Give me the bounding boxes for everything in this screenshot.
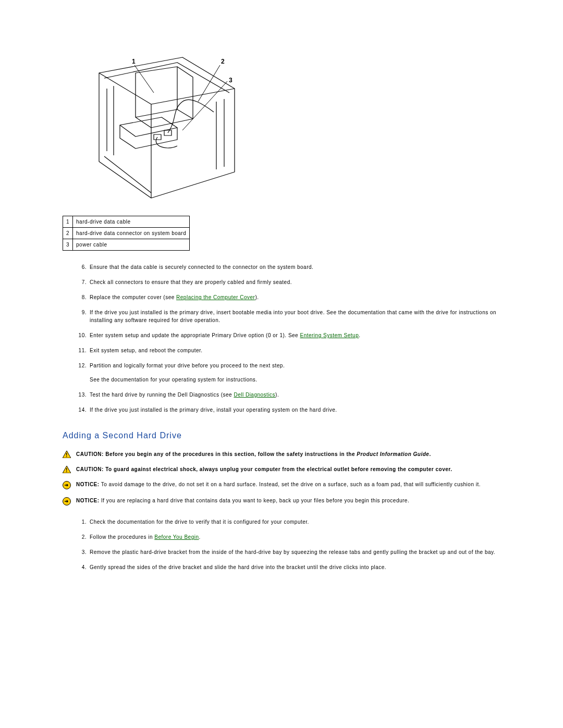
list-item: 14.If the drive you just installed is th… [78, 406, 500, 414]
notice-icon [63, 480, 76, 491]
svg-marker-2 [120, 117, 177, 137]
list-item: 3.Remove the plastic hard-drive bracket … [78, 548, 500, 556]
case-svg: 1 2 3 [73, 52, 245, 203]
list-item: 9.If the drive you just installed is the… [78, 309, 500, 324]
legend-label: power cable [73, 239, 190, 251]
list-item: 2.Follow the procedures in Before You Be… [78, 533, 500, 541]
legend-table: 1 hard-drive data cable 2 hard-drive dat… [63, 216, 190, 251]
link-replacing-cover[interactable]: Replacing the Computer Cover [176, 294, 255, 300]
notice-row: NOTICE: To avoid damage to the drive, do… [63, 480, 500, 491]
legend-num: 3 [63, 239, 73, 251]
caution-row: ! CAUTION: To guard against electrical s… [63, 465, 500, 475]
svg-line-11 [182, 81, 227, 130]
table-row: 1 hard-drive data cable [63, 216, 190, 228]
callout-1: 1 [132, 58, 136, 65]
list-item: 6.Ensure that the data cable is securely… [78, 263, 500, 271]
notice-row: NOTICE: If you are replacing a hard driv… [63, 497, 500, 508]
notice-icon [63, 497, 76, 508]
list-item: 7.Check all connectors to ensure that th… [78, 278, 500, 286]
step-list-b: 1.Check the documentation for the drive … [78, 518, 500, 571]
callout-2: 2 [221, 58, 225, 65]
legend-label: hard-drive data connector on system boar… [73, 228, 190, 239]
svg-text:!: ! [66, 452, 68, 458]
legend-label: hard-drive data cable [73, 216, 190, 228]
caution-icon: ! [63, 465, 76, 475]
caution-icon: ! [63, 450, 76, 460]
svg-line-9 [134, 65, 154, 93]
legend-num: 1 [63, 216, 73, 228]
list-item: 8.Replace the computer cover (see Replac… [78, 293, 500, 301]
step-list-a: 6.Ensure that the data cable is securely… [78, 263, 500, 414]
link-dell-diagnostics[interactable]: Dell Diagnostics [234, 392, 275, 398]
caution-row: ! CAUTION: Before you begin any of the p… [63, 450, 500, 460]
diagram-computer-case: 1 2 3 [73, 52, 500, 205]
svg-line-10 [198, 65, 220, 102]
section-heading: Adding a Second Hard Drive [63, 429, 500, 442]
list-item: 4.Gently spread the sides of the drive b… [78, 563, 500, 571]
list-item: 10.Enter system setup and update the app… [78, 331, 500, 339]
svg-marker-1 [136, 67, 177, 117]
list-item: 11.Exit system setup, and reboot the com… [78, 347, 500, 354]
list-item: 12.Partition and logically format your d… [78, 362, 500, 384]
svg-text:!: ! [66, 467, 68, 473]
svg-marker-0 [99, 57, 235, 198]
table-row: 2 hard-drive data connector on system bo… [63, 228, 190, 239]
legend-num: 2 [63, 228, 73, 239]
link-before-you-begin[interactable]: Before You Begin [154, 534, 199, 540]
list-item: 13.Test the hard drive by running the De… [78, 391, 500, 399]
table-row: 3 power cable [63, 239, 190, 251]
list-item: 1.Check the documentation for the drive … [78, 518, 500, 526]
link-system-setup[interactable]: Entering System Setup [300, 332, 359, 338]
callout-3: 3 [229, 77, 232, 84]
